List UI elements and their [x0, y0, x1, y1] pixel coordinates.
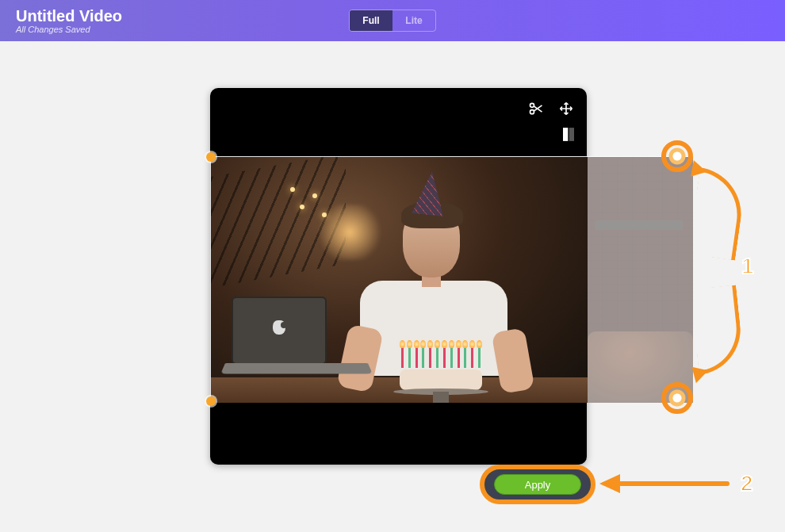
annotation-arrow-2 [618, 481, 729, 486]
svg-line-2 [534, 106, 542, 112]
annotation-step-1: 1 [741, 254, 754, 279]
annotation-highlight-handle-bottom-right [661, 382, 693, 414]
crop-handle-top-left[interactable] [206, 152, 216, 162]
move-icon[interactable] [558, 101, 574, 117]
video-frame-image [211, 157, 691, 401]
annotation-highlight-apply: Apply [480, 465, 595, 504]
svg-rect-4 [563, 128, 568, 141]
annotation-step-2: 2 [741, 471, 753, 496]
video-canvas [210, 88, 587, 465]
svg-point-0 [530, 103, 534, 107]
crop-handle-bottom-left[interactable] [206, 396, 216, 406]
svg-line-3 [534, 105, 542, 111]
crop-frame[interactable] [210, 156, 692, 402]
video-title[interactable]: Untitled Video [16, 8, 122, 24]
mode-lite-button[interactable]: Lite [392, 10, 435, 31]
annotation-arrowhead-2 [599, 474, 620, 493]
mode-full-button[interactable]: Full [350, 10, 392, 31]
tool-row-2 [563, 128, 574, 141]
save-status: All Changes Saved [16, 25, 122, 34]
tool-row [528, 101, 574, 117]
cut-icon[interactable] [528, 101, 544, 117]
app-header: Untitled Video All Changes Saved Full Li… [0, 0, 785, 41]
svg-point-1 [530, 110, 534, 114]
apply-button[interactable]: Apply [494, 474, 581, 495]
flip-icon[interactable] [563, 128, 574, 141]
mode-toggle: Full Lite [349, 10, 436, 32]
title-block: Untitled Video All Changes Saved [16, 8, 122, 34]
svg-rect-5 [569, 128, 574, 141]
